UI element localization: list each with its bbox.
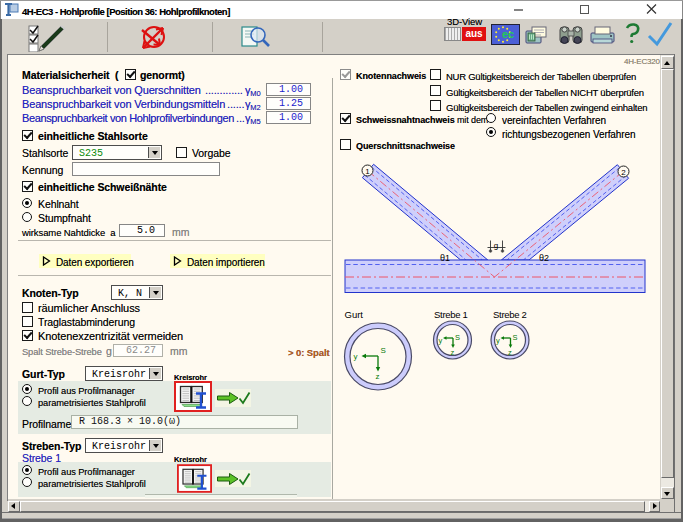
svg-text:S: S xyxy=(513,333,518,342)
svg-text:ec: ec xyxy=(502,28,514,40)
svg-text:y: y xyxy=(496,336,500,345)
svg-text:1: 1 xyxy=(365,167,370,176)
svg-text:z: z xyxy=(451,348,455,357)
svg-text:Strebe 2: Strebe 2 xyxy=(493,309,527,320)
svg-text:y: y xyxy=(354,352,358,361)
svg-text:Strebe 1: Strebe 1 xyxy=(434,309,468,320)
svg-text:y: y xyxy=(439,336,443,345)
svg-text:z: z xyxy=(508,348,512,357)
svg-text:S: S xyxy=(455,333,460,342)
svg-text:S: S xyxy=(381,346,386,355)
svg-text:θ1: θ1 xyxy=(440,253,450,263)
svg-text:z: z xyxy=(376,372,380,381)
svg-text:g: g xyxy=(494,241,498,250)
svg-text:Gurt: Gurt xyxy=(345,309,364,320)
svg-text:2: 2 xyxy=(621,168,626,177)
svg-text:θ2: θ2 xyxy=(539,253,549,263)
